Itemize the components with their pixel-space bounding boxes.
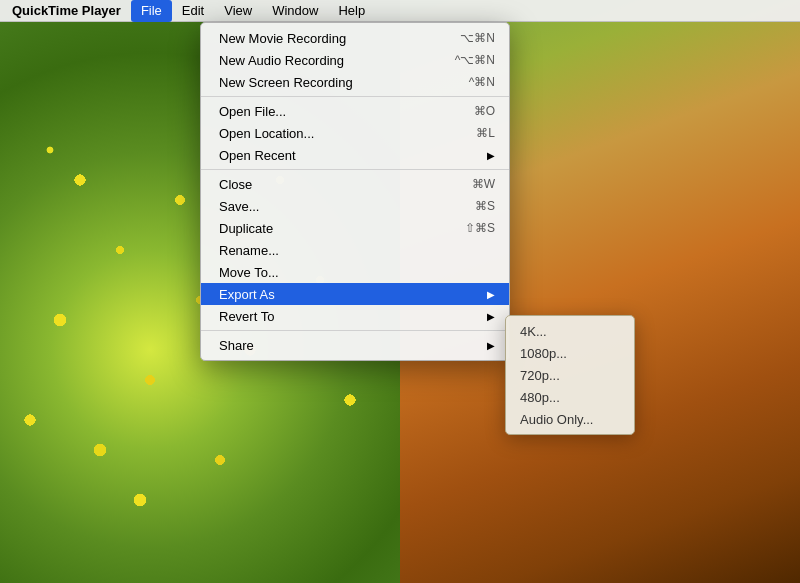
revert-to-label: Revert To [219, 309, 274, 324]
menu-item-open-file[interactable]: Open File... ⌘O [201, 100, 509, 122]
new-screen-shortcut: ^⌘N [469, 75, 495, 89]
rename-label: Rename... [219, 243, 279, 258]
menu-item-new-audio[interactable]: New Audio Recording ^⌥⌘N [201, 49, 509, 71]
1080p-label: 1080p... [520, 346, 567, 361]
duplicate-label: Duplicate [219, 221, 273, 236]
new-movie-shortcut: ⌥⌘N [460, 31, 495, 45]
new-audio-shortcut: ^⌥⌘N [455, 53, 495, 67]
audio-only-label: Audio Only... [520, 412, 593, 427]
menubar-item-help[interactable]: Help [328, 0, 375, 22]
menu-item-share[interactable]: Share ▶ [201, 334, 509, 356]
4k-label: 4K... [520, 324, 547, 339]
duplicate-shortcut: ⇧⌘S [465, 221, 495, 235]
menu-item-save[interactable]: Save... ⌘S [201, 195, 509, 217]
menu-item-new-movie[interactable]: New Movie Recording ⌥⌘N [201, 27, 509, 49]
edit-label: Edit [182, 3, 204, 18]
menu-item-duplicate[interactable]: Duplicate ⇧⌘S [201, 217, 509, 239]
export-as-submenu: 4K... 1080p... 720p... 480p... Audio Onl… [505, 315, 635, 435]
720p-label: 720p... [520, 368, 560, 383]
app-name-label: QuickTime Player [12, 3, 121, 18]
save-label: Save... [219, 199, 259, 214]
close-shortcut: ⌘W [472, 177, 495, 191]
menubar-item-file[interactable]: File [131, 0, 172, 22]
file-label: File [141, 3, 162, 18]
share-label: Share [219, 338, 254, 353]
menu-item-export-as[interactable]: Export As ▶ [201, 283, 509, 305]
close-label: Close [219, 177, 252, 192]
file-menu: New Movie Recording ⌥⌘N New Audio Record… [200, 22, 510, 361]
menubar-item-window[interactable]: Window [262, 0, 328, 22]
menubar-item-edit[interactable]: Edit [172, 0, 214, 22]
open-recent-label: Open Recent [219, 148, 296, 163]
open-file-label: Open File... [219, 104, 286, 119]
menu-item-close[interactable]: Close ⌘W [201, 173, 509, 195]
menu-item-rename[interactable]: Rename... [201, 239, 509, 261]
submenu-item-audio-only[interactable]: Audio Only... [506, 408, 634, 430]
new-audio-label: New Audio Recording [219, 53, 344, 68]
menu-item-move-to[interactable]: Move To... [201, 261, 509, 283]
submenu-item-480p[interactable]: 480p... [506, 386, 634, 408]
menu-item-revert-to[interactable]: Revert To ▶ [201, 305, 509, 327]
export-as-arrow: ▶ [487, 289, 495, 300]
revert-to-arrow: ▶ [487, 311, 495, 322]
help-label: Help [338, 3, 365, 18]
menubar-item-app[interactable]: QuickTime Player [0, 0, 131, 22]
menu-item-open-location[interactable]: Open Location... ⌘L [201, 122, 509, 144]
submenu-item-1080p[interactable]: 1080p... [506, 342, 634, 364]
separator-1 [201, 96, 509, 97]
view-label: View [224, 3, 252, 18]
new-screen-label: New Screen Recording [219, 75, 353, 90]
submenu-item-720p[interactable]: 720p... [506, 364, 634, 386]
submenu-item-4k[interactable]: 4K... [506, 320, 634, 342]
separator-3 [201, 330, 509, 331]
open-file-shortcut: ⌘O [474, 104, 495, 118]
move-to-label: Move To... [219, 265, 279, 280]
new-movie-label: New Movie Recording [219, 31, 346, 46]
open-recent-arrow: ▶ [487, 150, 495, 161]
menubar-item-view[interactable]: View [214, 0, 262, 22]
480p-label: 480p... [520, 390, 560, 405]
separator-2 [201, 169, 509, 170]
open-location-label: Open Location... [219, 126, 314, 141]
open-location-shortcut: ⌘L [476, 126, 495, 140]
share-arrow: ▶ [487, 340, 495, 351]
menubar: QuickTime Player File Edit View Window H… [0, 0, 800, 22]
save-shortcut: ⌘S [475, 199, 495, 213]
export-as-label: Export As [219, 287, 275, 302]
menu-item-open-recent[interactable]: Open Recent ▶ [201, 144, 509, 166]
window-label: Window [272, 3, 318, 18]
menu-item-new-screen[interactable]: New Screen Recording ^⌘N [201, 71, 509, 93]
